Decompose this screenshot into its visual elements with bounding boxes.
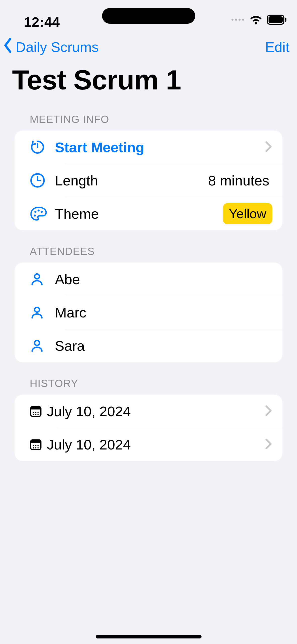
attendee-row: Sara [15,329,282,362]
status-bar: 12:44 [0,0,297,33]
back-label: Daily Scrums [15,39,99,55]
svg-point-13 [33,412,34,413]
svg-point-16 [33,414,34,415]
person-icon [25,272,55,286]
svg-point-26 [38,447,39,448]
calendar-icon [25,438,47,451]
svg-rect-1 [269,16,283,23]
svg-point-24 [33,447,34,448]
timer-icon [25,139,55,155]
history-card: July 10, 2024 July 10, 2024 [15,395,282,461]
svg-point-23 [38,445,39,446]
attendee-name: Abe [55,271,272,287]
length-label: Length [55,172,208,189]
svg-point-9 [35,307,39,312]
svg-point-18 [38,414,39,415]
svg-point-4 [35,211,37,213]
home-indicator[interactable] [96,635,202,638]
attendee-name: Sara [55,338,272,354]
wifi-icon [250,15,262,24]
chevron-right-icon [262,405,272,417]
theme-label: Theme [55,206,223,222]
page-title: Test Scrum 1 [0,59,297,103]
theme-row: Theme Yellow [15,197,282,230]
chevron-right-icon [262,438,272,450]
person-icon [25,305,55,320]
svg-point-15 [38,412,39,413]
calendar-icon [25,404,47,418]
svg-point-22 [35,445,37,446]
history-row[interactable]: July 10, 2024 [15,428,282,461]
chevron-right-icon [262,141,272,153]
length-row: Length 8 minutes [15,164,282,197]
section-header-history: History [0,362,297,395]
chevron-left-icon [2,38,14,56]
svg-rect-12 [31,407,41,409]
section-header-meeting-info: Meeting Info [0,103,297,131]
svg-point-8 [35,274,39,279]
svg-point-17 [35,414,37,415]
status-time: 12:44 [24,14,60,30]
dynamic-island [102,8,195,24]
attendee-row: Abe [15,263,282,296]
pagination-dots-icon [232,19,244,21]
nav-bar: Daily Scrums Edit [0,33,297,59]
svg-rect-2 [285,18,286,22]
attendee-row: Marc [15,296,282,329]
battery-icon [267,15,287,25]
meeting-info-card: Start Meeting Length 8 minutes Theme Yel… [15,131,282,230]
start-meeting-row[interactable]: Start Meeting [15,131,282,164]
attendee-name: Marc [55,304,272,321]
attendees-card: Abe Marc Sara [15,263,282,362]
start-meeting-label: Start Meeting [55,139,262,155]
svg-point-7 [34,215,36,217]
history-date: July 10, 2024 [47,403,262,420]
back-button[interactable]: Daily Scrums [2,38,99,56]
svg-point-5 [38,210,40,212]
section-header-attendees: Attendees [0,230,297,263]
history-date: July 10, 2024 [47,436,262,453]
svg-point-10 [35,340,39,345]
svg-point-21 [33,445,34,446]
svg-point-14 [35,412,37,413]
status-right-icons [232,15,287,25]
paintpalette-icon [25,206,55,221]
person-icon [25,338,55,353]
svg-point-25 [35,447,37,448]
svg-point-6 [41,211,43,213]
clock-icon [25,173,55,188]
edit-button[interactable]: Edit [265,39,290,55]
svg-rect-20 [31,440,41,443]
length-value: 8 minutes [208,172,272,189]
history-row[interactable]: July 10, 2024 [15,395,282,428]
theme-badge: Yellow [223,203,272,224]
